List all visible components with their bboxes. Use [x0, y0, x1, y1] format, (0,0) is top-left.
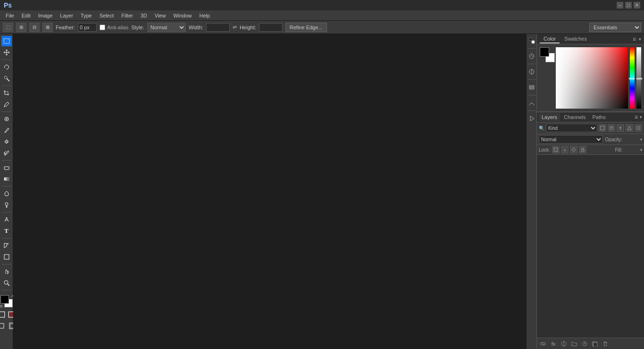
fg-color-box[interactable] [540, 47, 549, 57]
menu-layer[interactable]: Layer [56, 12, 77, 19]
filter-icons-group: T [599, 124, 642, 132]
history-panel-icon[interactable] [527, 51, 536, 61]
blend-mode-select[interactable]: Normal Dissolve Multiply Screen [539, 135, 603, 144]
hand-tool-btn[interactable] [1, 266, 12, 277]
color-panel-options-btn[interactable]: ≡ [633, 36, 636, 43]
toolbar: T ↗ [0, 34, 13, 349]
layers-panel-collapse-btn[interactable]: ▾ [640, 115, 642, 119]
adjustments-icon[interactable] [527, 67, 536, 77]
layers-panel: Layers Channels Paths ≡ ▾ 🔍 Kind Name Ef… [537, 112, 644, 349]
style-select[interactable]: Normal Fixed Ratio Fixed Size [147, 23, 186, 32]
layers-panel-icon[interactable] [527, 83, 536, 92]
standard-mode-btn[interactable] [0, 310, 6, 319]
canvas-area[interactable] [13, 34, 526, 349]
menu-file[interactable]: File [2, 12, 18, 19]
filter-shape-btn[interactable] [626, 124, 633, 132]
tab-swatches[interactable]: Swatches [560, 35, 591, 43]
add-mask-btn[interactable] [560, 340, 568, 348]
lasso-tool-btn[interactable] [1, 62, 12, 72]
maximize-button[interactable]: □ [625, 2, 632, 9]
hue-strip[interactable] [630, 47, 635, 109]
crop-tool-btn[interactable] [1, 88, 12, 98]
blur-tool-btn[interactable] [1, 188, 12, 199]
toolbar-separator-7 [2, 238, 11, 238]
opacity-dropdown-btn[interactable]: ▾ [640, 137, 642, 142]
menu-edit[interactable]: Edit [18, 12, 34, 19]
menu-3d[interactable]: 3D [137, 12, 151, 19]
lock-image-btn[interactable] [561, 146, 569, 153]
quick-select-tool-btn[interactable] [1, 73, 12, 84]
clone-tool-btn[interactable] [1, 136, 12, 147]
reset-colors-icon[interactable]: ⊞ [0, 304, 3, 308]
lock-transparent-btn[interactable] [552, 146, 560, 153]
width-input[interactable] [206, 23, 230, 32]
tab-channels[interactable]: Channels [561, 113, 588, 121]
title-bar-controls[interactable]: – □ ✕ [617, 2, 640, 9]
antialias-checkbox[interactable] [100, 25, 105, 30]
screen-mode-btn[interactable] [0, 321, 6, 331]
layers-content[interactable] [537, 155, 644, 338]
intersect-selection-btn[interactable]: ⊠ [42, 23, 53, 32]
height-input[interactable] [259, 23, 283, 32]
pen-tool-btn[interactable] [1, 214, 12, 225]
healing-tool-btn[interactable] [1, 114, 12, 124]
refine-edge-button[interactable]: Refine Edge... [285, 23, 327, 32]
menu-filter[interactable]: Filter [117, 12, 136, 19]
new-layer-btn[interactable] [591, 340, 599, 348]
color-gradient[interactable] [556, 47, 628, 109]
close-button[interactable]: ✕ [634, 2, 640, 9]
actions-panel-icon[interactable] [527, 114, 536, 123]
ps-logo: Ps [4, 1, 12, 9]
brush-tool-btn[interactable] [1, 125, 12, 136]
lock-all-btn[interactable] [579, 146, 586, 153]
create-group-btn[interactable] [570, 340, 578, 348]
paths-panel-icon[interactable] [527, 98, 536, 108]
path-select-tool-btn[interactable] [1, 240, 12, 251]
add-selection-btn[interactable]: ⊞ [16, 23, 26, 32]
menu-select[interactable]: Select [96, 12, 118, 19]
marquee-tool-btn[interactable] [1, 36, 12, 46]
menu-image[interactable]: Image [34, 12, 57, 19]
link-layers-btn[interactable] [539, 340, 547, 348]
delete-layer-btn[interactable] [601, 340, 610, 348]
menu-view[interactable]: View [151, 12, 170, 19]
foreground-color-swatch[interactable] [0, 295, 9, 304]
eyedropper-tool-btn[interactable] [1, 99, 12, 110]
menu-window[interactable]: Window [169, 12, 195, 19]
menu-type[interactable]: Type [77, 12, 96, 19]
minimize-button[interactable]: – [617, 2, 623, 9]
alpha-strip[interactable] [636, 47, 641, 109]
filter-smartobject-btn[interactable] [635, 124, 642, 132]
add-layer-style-btn[interactable]: fx [549, 340, 558, 348]
create-adjustment-btn[interactable] [580, 340, 589, 348]
history-tool-btn[interactable] [1, 148, 12, 158]
strip-sep-4 [527, 95, 536, 95]
eraser-tool-btn[interactable] [1, 162, 12, 173]
lock-position-btn[interactable] [570, 146, 577, 153]
tab-layers[interactable]: Layers [539, 113, 560, 121]
tab-color[interactable]: Color [540, 35, 560, 43]
dodge-tool-btn[interactable] [1, 200, 12, 210]
tab-paths[interactable]: Paths [590, 113, 609, 121]
filter-kind-select[interactable]: Kind Name Effect [546, 124, 597, 132]
menu-help[interactable]: Help [196, 12, 214, 19]
color-panel-icon[interactable] [527, 36, 536, 45]
subtract-selection-btn[interactable]: ⊟ [29, 23, 40, 32]
filter-pixel-btn[interactable] [599, 124, 606, 132]
workspace-select[interactable]: Essentials Design Painting Photography [589, 23, 641, 32]
shape-tool-btn[interactable] [1, 252, 12, 262]
feather-input[interactable] [78, 23, 97, 32]
color-panel-collapse-btn[interactable]: ▾ [639, 37, 641, 42]
new-selection-btn[interactable]: ⬚ [3, 23, 13, 32]
layers-options-btn[interactable]: ≡ [635, 114, 638, 120]
move-tool-btn[interactable] [1, 47, 12, 58]
filter-type-btn[interactable]: T [617, 124, 624, 132]
fill-dropdown-btn[interactable]: ▾ [640, 148, 642, 152]
swap-dimensions-icon[interactable]: ⇌ [233, 24, 237, 30]
gradient-tool-btn[interactable] [1, 174, 12, 184]
text-tool-btn[interactable]: T [1, 226, 12, 236]
zoom-tool-btn[interactable] [1, 278, 12, 288]
filter-adjustment-btn[interactable] [608, 124, 615, 132]
toolbar-separator-1 [2, 60, 11, 60]
svg-rect-32 [529, 88, 534, 89]
